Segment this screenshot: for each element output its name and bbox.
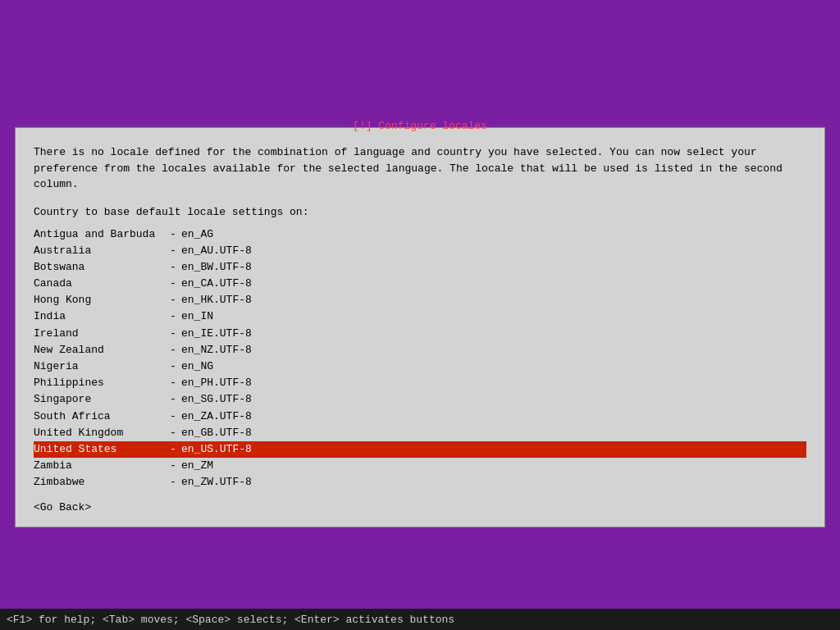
locale-code: en_SG.UTF-8 (181, 392, 263, 407)
locale-code: en_CA.UTF-8 (181, 276, 263, 291)
locale-code: en_AG (181, 227, 263, 242)
locale-country: Philippines (34, 376, 165, 390)
locale-dash: - (165, 459, 181, 473)
locale-row[interactable]: Hong Kong-en_HK.UTF-8 (34, 292, 806, 308)
locale-row[interactable]: Canada-en_CA.UTF-8 (34, 276, 806, 292)
locale-row[interactable]: United Kingdom-en_GB.UTF-8 (34, 425, 806, 441)
locale-code: en_NG (181, 359, 263, 374)
locale-dash: - (165, 276, 181, 291)
locale-country: United Kingdom (34, 426, 165, 441)
locale-country: New Zealand (34, 343, 165, 358)
country-label: Country to base default locale settings … (34, 206, 806, 218)
locale-code: en_PH.UTF-8 (181, 376, 263, 390)
locale-row[interactable]: Singapore-en_SG.UTF-8 (34, 391, 806, 408)
status-text: <F1> for help; <Tab> moves; <Space> sele… (7, 614, 454, 626)
locale-row[interactable]: South Africa-en_ZA.UTF-8 (34, 409, 806, 425)
locale-dash: - (165, 343, 181, 358)
locale-code: en_BW.UTF-8 (181, 260, 263, 275)
locale-dash: - (165, 244, 181, 258)
locale-row[interactable]: Nigeria-en_NG (34, 358, 806, 375)
screen: [!] Configure locales There is no locale… (0, 0, 840, 630)
locale-list[interactable]: Antigua and Barbuda-en_AGAustralia-en_AU… (34, 226, 806, 487)
locale-code: en_HK.UTF-8 (181, 293, 263, 308)
locale-country: Nigeria (34, 359, 165, 374)
locale-dash: - (165, 227, 181, 242)
locale-dash: - (165, 409, 181, 424)
locale-row[interactable]: Australia-en_AU.UTF-8 (34, 243, 806, 259)
go-back-button[interactable]: <Go Back> (34, 501, 806, 514)
locale-row[interactable]: Zimbabwe-en_ZW.UTF-8 (34, 474, 806, 486)
locale-country: Ireland (34, 326, 165, 341)
locale-row[interactable]: Antigua and Barbuda-en_AG (34, 226, 806, 243)
locale-country: Antigua and Barbuda (34, 227, 165, 242)
locale-code: en_US.UTF-8 (181, 442, 263, 457)
locale-code: en_IN (181, 309, 263, 324)
locale-code: en_IE.UTF-8 (181, 326, 263, 341)
title-bar: [!] Configure locales (16, 120, 824, 132)
locale-dash: - (165, 475, 181, 486)
locale-dash: - (165, 326, 181, 341)
locale-row[interactable]: United States-en_US.UTF-8 (34, 441, 806, 458)
locale-country: Hong Kong (34, 293, 165, 308)
locale-row[interactable]: Botswana-en_BW.UTF-8 (34, 259, 806, 276)
locale-dash: - (165, 309, 181, 324)
locale-code: en_ZM (181, 459, 263, 473)
locale-country: Botswana (34, 260, 165, 275)
locale-country: Singapore (34, 392, 165, 407)
locale-dash: - (165, 293, 181, 308)
locale-code: en_NZ.UTF-8 (181, 343, 263, 358)
dialog-title: [!] Configure locales (353, 120, 487, 132)
configure-locales-dialog: [!] Configure locales There is no locale… (15, 127, 825, 527)
locale-country: South Africa (34, 409, 165, 424)
locale-country: United States (34, 442, 165, 457)
locale-code: en_GB.UTF-8 (181, 426, 263, 441)
dialog-inner: There is no locale defined for the combi… (16, 128, 824, 527)
locale-country: Australia (34, 244, 165, 258)
locale-country: Zimbabwe (34, 475, 165, 486)
title-line-left (16, 126, 348, 126)
locale-country: Canada (34, 276, 165, 291)
locale-dash: - (165, 426, 181, 441)
locale-dash: - (165, 376, 181, 390)
locale-row[interactable]: India-en_IN (34, 308, 806, 325)
description-text: There is no locale defined for the combi… (34, 144, 806, 193)
locale-code: en_AU.UTF-8 (181, 244, 263, 258)
locale-row[interactable]: New Zealand-en_NZ.UTF-8 (34, 342, 806, 358)
locale-code: en_ZA.UTF-8 (181, 409, 263, 424)
locale-dash: - (165, 392, 181, 407)
locale-dash: - (165, 260, 181, 275)
locale-country: India (34, 309, 165, 324)
locale-code: en_ZW.UTF-8 (181, 475, 263, 486)
locale-row[interactable]: Ireland-en_IE.UTF-8 (34, 326, 806, 342)
status-bar: <F1> for help; <Tab> moves; <Space> sele… (0, 609, 840, 630)
locale-dash: - (165, 359, 181, 374)
locale-row[interactable]: Philippines-en_PH.UTF-8 (34, 375, 806, 391)
title-line-right (492, 126, 824, 126)
locale-row[interactable]: Zambia-en_ZM (34, 458, 806, 474)
locale-country: Zambia (34, 459, 165, 473)
locale-dash: - (165, 442, 181, 457)
